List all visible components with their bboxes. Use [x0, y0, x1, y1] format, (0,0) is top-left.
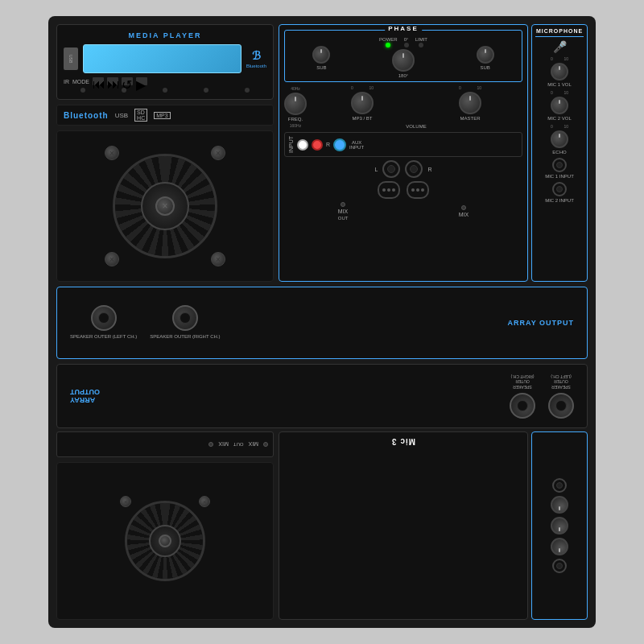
bottom-mic-jack1[interactable]	[552, 559, 567, 573]
screw-sm-tl	[120, 496, 131, 507]
bottom-speaker-right-label: SPEAKEROUTER(RIGHT CH.)	[511, 374, 535, 390]
sub-left-knob[interactable]	[312, 46, 330, 64]
mix-led-left	[341, 202, 345, 207]
speaker-right-jack[interactable]	[172, 305, 198, 331]
bluetooth-symbol: ℬ	[252, 49, 261, 62]
rca-inputs	[297, 139, 323, 151]
speaker-group: SPEAKER OUTER (LEFT CH.) SPEAKER OUTER (…	[70, 305, 220, 341]
bottom-right-area: Mic 3	[279, 431, 588, 620]
speaker-left-jack[interactable]	[91, 305, 117, 331]
xlr-pin2	[387, 188, 390, 192]
sub-right-knob[interactable]	[477, 46, 494, 64]
screw-tr	[211, 146, 225, 160]
bottom-mic-knob2[interactable]	[551, 517, 568, 535]
echo-range: 010	[551, 124, 568, 129]
array-output-label: ARRAY OUTPUT	[507, 319, 574, 327]
bottom-controls-area: MIX OUT MIX	[56, 431, 588, 620]
mic2vol-range: 010	[551, 90, 568, 95]
echo-knob[interactable]	[551, 130, 568, 148]
bottom-speaker-group: SPEAKEROUTER(LEFT CH.) SPEAKEROUTER(RIGH…	[510, 374, 574, 419]
limit-label: LIMIT	[415, 37, 427, 42]
xlr-row	[284, 181, 522, 199]
usb-box[interactable]: USB	[64, 47, 78, 70]
mic1vol-range: 010	[551, 56, 568, 61]
bottom-mic-knob1[interactable]	[551, 538, 568, 555]
mp3bt-knob[interactable]	[351, 92, 374, 114]
freq-knob[interactable]	[284, 93, 307, 115]
echo-section: 010 ECHO	[535, 124, 584, 155]
mic2-input-jack[interactable]	[552, 182, 567, 196]
40hz-label: 40Hz	[291, 86, 300, 91]
bottom-speaker-mirror: SPEAKEROUTER(LEFT CH.) SPEAKEROUTER(RIGH…	[56, 364, 588, 428]
mic2input-label: MIC 2 INPUT	[545, 198, 574, 203]
xlr-right[interactable]	[407, 181, 429, 199]
bottom-speaker-right-jack[interactable]	[510, 393, 535, 419]
master-range: 010	[459, 85, 481, 90]
bottom-speaker-left: SPEAKEROUTER(LEFT CH.)	[548, 374, 574, 419]
xlr-pin4	[411, 188, 415, 192]
device: MEDIA PLAYER USB ℬ Bluetooth IR MO	[48, 16, 596, 628]
phase-180-knob[interactable]	[392, 49, 415, 72]
mic1vol-section: 010 MIC 1 VOL	[535, 56, 584, 87]
bottom-mic-jack2[interactable]	[552, 478, 567, 493]
repeat-button[interactable]: ↺	[122, 77, 133, 85]
led1	[80, 88, 85, 93]
lcd-display	[83, 44, 242, 73]
xlr-left[interactable]	[378, 181, 400, 199]
play-button[interactable]: ▶	[136, 77, 147, 85]
next-button[interactable]: ⏭	[107, 77, 118, 85]
jack-right[interactable]	[405, 160, 423, 178]
freq-vol-row: 40Hz FREQ. 160Hz 010 MP3 / BT	[284, 85, 522, 129]
sub-left-label: SUB	[316, 65, 326, 70]
mp3bt-label: MP3 / BT	[352, 116, 372, 121]
screw-tl	[105, 146, 119, 160]
aux-input[interactable]	[333, 138, 346, 151]
mix-out-left: MIX OUT	[338, 202, 349, 221]
mic2vol-knob[interactable]	[551, 97, 568, 114]
io-section: INPUT R AUXINPUT	[284, 132, 522, 157]
mic1vol-knob[interactable]	[551, 63, 568, 80]
speaker-right: SPEAKER OUTER (RIGHT CH.)	[150, 305, 220, 341]
mic-panel: MICROPHONE 🎤 010 MIC 1 VOL 010 MIC 2 VOL…	[531, 24, 588, 282]
bottom-mic-knob3[interactable]	[551, 496, 568, 514]
mix-label-left: MIX	[338, 208, 348, 214]
bottom-speaker-left-jack[interactable]	[548, 393, 574, 419]
xlr-pin1	[382, 188, 386, 192]
main-controls: PHASE SUB POWER	[279, 24, 528, 282]
bottom-mic-panel	[531, 431, 588, 620]
mic1-input-jack[interactable]	[552, 158, 567, 172]
160hz-label: 160Hz	[290, 123, 301, 128]
mic2vol-label: MIC 2 VOL	[547, 116, 572, 121]
master-knob[interactable]	[459, 92, 481, 114]
mix-led-right	[461, 205, 466, 210]
media-player: MEDIA PLAYER USB ℬ Bluetooth IR MO	[56, 24, 274, 100]
limit-led	[419, 43, 423, 47]
screw-br	[211, 252, 225, 266]
180-label: 180°	[398, 73, 408, 78]
led2	[122, 88, 126, 93]
sub-right-label: SUB	[480, 65, 489, 70]
prev-button[interactable]: ⏮	[93, 77, 104, 85]
master-label: MASTER	[460, 116, 480, 121]
freq-group: 40Hz FREQ. 160Hz	[284, 86, 307, 128]
left-panel: MEDIA PLAYER USB ℬ Bluetooth IR MO	[56, 24, 274, 282]
mic1vol-label: MIC 1 VOL	[547, 82, 572, 87]
mp3-feature: MP3	[154, 112, 170, 119]
out-label: OUT	[338, 216, 349, 221]
ir-controls: IR MODE ⏮ ⏭ ↺ ▶	[64, 77, 266, 85]
r-label2: R	[427, 167, 431, 172]
bottom-speaker-left-label: SPEAKEROUTER(LEFT CH.)	[551, 374, 571, 390]
phase-section: PHASE SUB POWER	[284, 30, 522, 82]
jack-left[interactable]	[382, 160, 400, 178]
bluetooth-feature: Bluetooth	[64, 111, 109, 120]
speaker-left-label: SPEAKER OUTER (LEFT CH.)	[70, 334, 137, 341]
rca-red[interactable]	[312, 139, 323, 151]
xlr-pin5	[416, 188, 419, 192]
screw-bl	[105, 252, 119, 266]
bottom-mix-row: MIX OUT MIX	[56, 431, 274, 457]
fan-inner	[141, 182, 189, 230]
fan-area	[56, 130, 274, 282]
ir-label: IR	[64, 79, 69, 85]
rca-white[interactable]	[297, 139, 308, 151]
speaker-right-label: SPEAKER OUTER (RIGHT CH.)	[150, 334, 220, 341]
